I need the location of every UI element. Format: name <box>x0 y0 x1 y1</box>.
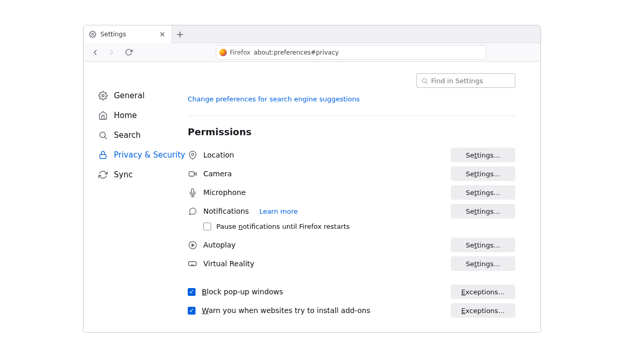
svg-point-0 <box>92 33 94 35</box>
browser-window: Settings ✕ + Firefox about:preferences#p… <box>83 25 541 333</box>
sidebar-item-general[interactable]: General <box>96 86 188 106</box>
back-button[interactable] <box>88 45 102 60</box>
home-icon <box>98 111 108 120</box>
vr-icon <box>188 259 197 268</box>
tab-label: Settings <box>100 31 126 38</box>
sync-icon <box>98 170 108 179</box>
url-text: about:preferences#privacy <box>254 49 339 56</box>
block-popups-row: Block pop-up windows Exceptions… <box>188 282 515 301</box>
permission-label: Camera <box>203 170 232 178</box>
tab-strip: Settings ✕ + <box>84 25 540 43</box>
permission-row-location: Location Settings… <box>188 146 515 164</box>
autoplay-settings-button[interactable]: Settings… <box>451 238 515 252</box>
permission-row-vr: Virtual Reality Settings… <box>188 254 515 273</box>
warn-addons-row: Warn you when websites try to install ad… <box>188 301 515 320</box>
sidebar-item-label: Privacy & Security <box>114 150 185 160</box>
addons-exceptions-button[interactable]: Exceptions… <box>451 303 515 318</box>
settings-panel: Find in Settings Change preferences for … <box>188 62 540 332</box>
block-popups-label: Block pop-up windows <box>202 288 283 296</box>
reload-button[interactable] <box>121 45 136 60</box>
warn-addons-label: Warn you when websites try to install ad… <box>202 306 370 315</box>
location-icon <box>188 150 197 160</box>
svg-marker-13 <box>192 243 194 246</box>
url-bar[interactable]: Firefox about:preferences#privacy <box>216 45 486 60</box>
location-settings-button[interactable]: Settings… <box>451 148 515 162</box>
lock-icon <box>98 150 108 160</box>
svg-marker-9 <box>194 172 196 175</box>
forward-button[interactable] <box>105 45 119 60</box>
permission-row-microphone: Microphone Settings… <box>188 183 515 202</box>
notifications-learn-more-link[interactable]: Learn more <box>259 207 298 215</box>
permission-row-camera: Camera Settings… <box>188 164 515 183</box>
sidebar-item-label: Search <box>114 131 141 140</box>
svg-point-2 <box>100 132 106 138</box>
permission-label: Notifications <box>203 207 249 215</box>
sidebar-item-label: Sync <box>114 170 133 179</box>
sidebar-item-privacy[interactable]: Privacy & Security <box>96 145 188 165</box>
permission-row-autoplay: Autoplay Settings… <box>188 236 515 254</box>
search-icon <box>98 131 108 140</box>
svg-rect-4 <box>100 154 106 159</box>
vr-settings-button[interactable]: Settings… <box>451 256 515 271</box>
popups-exceptions-button[interactable]: Exceptions… <box>451 284 515 299</box>
sidebar-item-sync[interactable]: Sync <box>96 165 188 185</box>
microphone-icon <box>188 188 197 197</box>
permission-row-notifications: Notifications Learn more Settings… <box>188 202 515 220</box>
pause-notifications-checkbox[interactable] <box>203 223 211 230</box>
pause-notifications-label: Pause notifications until Firefox restar… <box>216 223 350 230</box>
permission-label: Microphone <box>203 188 246 197</box>
svg-line-6 <box>426 82 427 83</box>
tab-settings[interactable]: Settings ✕ <box>84 25 172 43</box>
notification-icon <box>188 206 197 216</box>
notifications-settings-button[interactable]: Settings… <box>451 204 515 218</box>
toolbar: Firefox about:preferences#privacy <box>84 43 540 62</box>
sidebar-item-label: Home <box>114 111 137 120</box>
close-icon[interactable]: ✕ <box>158 30 166 38</box>
svg-rect-8 <box>189 172 194 176</box>
permission-label: Autoplay <box>203 241 236 249</box>
block-popups-checkbox[interactable] <box>188 288 196 296</box>
svg-line-3 <box>105 137 106 138</box>
search-suggestions-link[interactable]: Change preferences for search engine sug… <box>188 95 515 103</box>
autoplay-icon <box>188 240 197 250</box>
camera-icon <box>188 169 197 178</box>
gear-icon <box>89 31 96 38</box>
pause-notifications-row: Pause notifications until Firefox restar… <box>188 220 515 236</box>
permissions-heading: Permissions <box>188 126 515 137</box>
search-icon <box>421 77 428 84</box>
gear-icon <box>98 91 108 100</box>
warn-addons-checkbox[interactable] <box>188 307 196 315</box>
svg-point-7 <box>191 153 193 155</box>
sidebar-item-search[interactable]: Search <box>96 125 188 145</box>
microphone-settings-button[interactable]: Settings… <box>451 185 515 200</box>
url-identity: Firefox <box>230 49 251 56</box>
settings-search-input[interactable]: Find in Settings <box>417 73 515 88</box>
svg-point-1 <box>102 95 105 97</box>
section-separator <box>188 115 515 116</box>
content-area: General Home Search Privacy & Security <box>84 62 540 332</box>
firefox-icon <box>219 49 227 56</box>
settings-sidebar: General Home Search Privacy & Security <box>84 62 188 332</box>
svg-point-5 <box>422 79 426 83</box>
camera-settings-button[interactable]: Settings… <box>451 166 515 181</box>
search-placeholder: Find in Settings <box>431 77 483 85</box>
permission-label: Location <box>203 151 234 159</box>
permission-label: Virtual Reality <box>203 259 254 268</box>
sidebar-item-home[interactable]: Home <box>96 106 188 125</box>
new-tab-button[interactable]: + <box>172 29 188 40</box>
sidebar-item-label: General <box>114 91 145 100</box>
